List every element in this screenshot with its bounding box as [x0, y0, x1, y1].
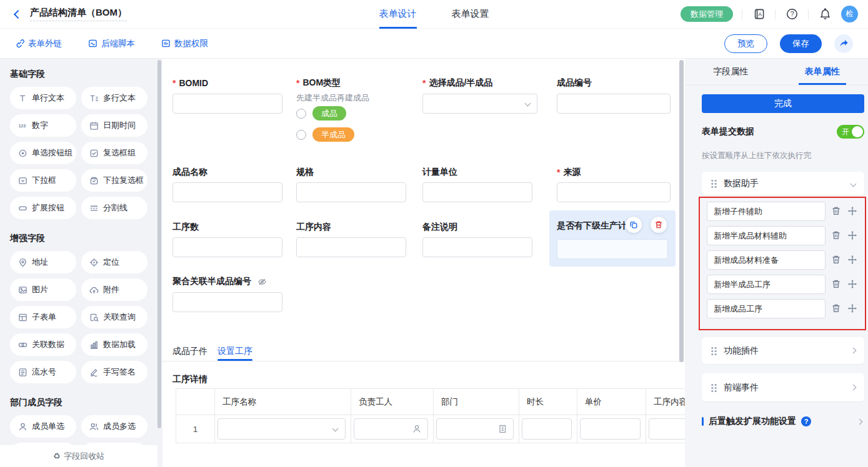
palette-checkbox-group[interactable]: 复选框组 [81, 142, 147, 164]
selected-field-has-sub-plan[interactable]: 是否有下级生产计 [549, 210, 676, 267]
field-select-product[interactable]: *选择成品/半成品 [422, 77, 492, 89]
field-product-code[interactable]: 成品编号 [557, 77, 592, 89]
palette-signature[interactable]: 手写签名 [81, 361, 147, 383]
assistant-item[interactable]: 新增成品材料准备 [707, 250, 826, 270]
process-count-input[interactable] [172, 237, 282, 257]
move-assistant-handle[interactable] [847, 255, 857, 265]
palette-image[interactable]: 图片 [10, 278, 76, 301]
palette-multi-line-text[interactable]: 多行文本 [81, 87, 147, 109]
address-book-icon[interactable]: A [751, 7, 766, 22]
field-recycle-bin[interactable]: ♻ 字段回收站 [0, 445, 157, 467]
palette-related-query[interactable]: 关联查询 [81, 306, 147, 328]
palette-member-single[interactable]: 成员单选 [10, 415, 76, 438]
post-trigger-row[interactable]: 后置触发扩展功能设置 ? [702, 416, 862, 427]
field-source[interactable]: *来源 [557, 167, 581, 178]
assistant-item[interactable]: 新增半成品材料辅助 [707, 226, 826, 245]
move-assistant-handle[interactable] [847, 279, 857, 289]
move-assistant-handle[interactable] [847, 206, 857, 216]
has-sub-plan-input[interactable] [557, 239, 668, 259]
data-assistant-card[interactable]: 数据助手 [702, 172, 864, 195]
copy-field-button[interactable] [626, 217, 642, 233]
move-assistant-handle[interactable] [847, 230, 857, 240]
department-picker[interactable] [436, 418, 514, 440]
bomid-input[interactable] [172, 94, 282, 114]
palette-member-multi[interactable]: 成员多选 [81, 415, 147, 438]
palette-serial-number[interactable]: 流水号 [10, 361, 76, 383]
delete-assistant-button[interactable] [831, 255, 841, 265]
unit-price-input[interactable] [580, 418, 641, 440]
field-bom-type[interactable]: *BOM类型 [296, 77, 341, 89]
product-name-input[interactable] [172, 182, 282, 202]
palette-select[interactable]: 下拉框 [10, 169, 76, 192]
drag-handle-icon[interactable] [711, 383, 717, 392]
field-bomid[interactable]: *BOMID [172, 77, 208, 89]
assistant-item[interactable]: 新增子件辅助 [707, 202, 826, 221]
spec-input[interactable] [296, 182, 406, 202]
duration-input[interactable] [522, 418, 572, 440]
data-manage-button[interactable]: 数据管理 [681, 6, 733, 22]
field-spec[interactable]: 规格 [296, 167, 314, 178]
palette-extend-button[interactable]: 扩展按钮 [10, 197, 76, 219]
field-product-name[interactable]: 成品名称 [172, 167, 207, 178]
help-icon[interactable]: ? [784, 7, 799, 22]
process-content-cell-input[interactable] [649, 418, 685, 440]
sidebar-scrollbar[interactable] [157, 60, 161, 428]
delete-assistant-button[interactable] [831, 303, 841, 313]
done-button[interactable]: 完成 [702, 94, 864, 113]
source-input[interactable] [557, 182, 671, 202]
select-product-dropdown[interactable] [422, 94, 537, 114]
palette-related-data[interactable]: 关联数据 [10, 333, 76, 356]
bom-type-option-finished[interactable]: 成品 [296, 106, 346, 120]
palette-datetime[interactable]: 日期时间 [81, 114, 147, 137]
assistant-item[interactable]: 新增半成品工序 [707, 275, 826, 294]
palette-multi-select[interactable]: 下拉复选框 [81, 169, 147, 192]
field-aggregate-code[interactable]: 聚合关联半成品编号 [172, 276, 267, 287]
palette-address[interactable]: 地址 [10, 251, 76, 273]
tab-field-properties[interactable]: 字段属性 [685, 59, 777, 85]
delete-field-button[interactable] [651, 217, 667, 233]
drag-handle-icon[interactable] [711, 179, 717, 188]
tab-form-design[interactable]: 表单设计 [379, 0, 417, 29]
frontend-events-card[interactable]: 前端事件 [702, 373, 864, 401]
palette-data-load[interactable]: 数据加载 [81, 333, 147, 356]
radio-icon[interactable] [296, 109, 306, 119]
palette-location[interactable]: 定位 [81, 251, 147, 273]
delete-assistant-button[interactable] [831, 279, 841, 289]
tab-set-process[interactable]: 设置工序 [217, 346, 252, 357]
submit-data-toggle[interactable]: 开 [837, 125, 864, 139]
aggregate-code-input[interactable] [172, 292, 282, 312]
process-content-input[interactable] [296, 237, 406, 257]
palette-divider[interactable]: 分割线 [81, 197, 147, 219]
palette-single-line-text[interactable]: 单行文本 [10, 87, 76, 109]
delete-assistant-button[interactable] [831, 230, 841, 240]
field-process-count[interactable]: 工序数 [172, 222, 199, 233]
assistant-item[interactable]: 新增成品工序 [707, 299, 826, 318]
tab-product-children[interactable]: 成品子件 [172, 346, 207, 357]
worker-picker[interactable] [354, 418, 428, 440]
product-code-input[interactable] [557, 94, 671, 114]
palette-radio-group[interactable]: 单选按钮组 [10, 142, 76, 164]
unit-input[interactable] [422, 182, 532, 202]
remark-input[interactable] [422, 237, 532, 257]
field-process-content[interactable]: 工序内容 [296, 222, 331, 233]
palette-subform[interactable]: 子表单 [10, 306, 76, 328]
drag-handle-icon[interactable] [711, 347, 717, 355]
delete-assistant-button[interactable] [831, 206, 841, 216]
palette-attachment[interactable]: 附件 [81, 278, 147, 301]
help-circle-icon[interactable]: ? [801, 416, 811, 426]
share-button[interactable] [834, 34, 853, 53]
backend-script-button[interactable]: 后端脚本 [88, 38, 135, 49]
tab-form-settings[interactable]: 表单设置 [452, 0, 489, 29]
canvas-scrollbar[interactable] [679, 60, 684, 362]
field-unit[interactable]: 计量单位 [422, 167, 457, 178]
data-permission-button[interactable]: 数据权限 [161, 38, 208, 49]
notification-bell-icon[interactable] [817, 7, 832, 22]
save-button[interactable]: 保存 [780, 34, 822, 53]
process-name-select[interactable] [217, 418, 346, 440]
palette-number[interactable]: 123数字 [10, 114, 76, 137]
bom-type-option-semi[interactable]: 半成品 [296, 127, 354, 142]
avatar[interactable]: 检 [841, 6, 858, 22]
radio-icon[interactable] [296, 130, 306, 140]
move-assistant-handle[interactable] [847, 303, 857, 313]
preview-button[interactable]: 预览 [724, 34, 767, 53]
